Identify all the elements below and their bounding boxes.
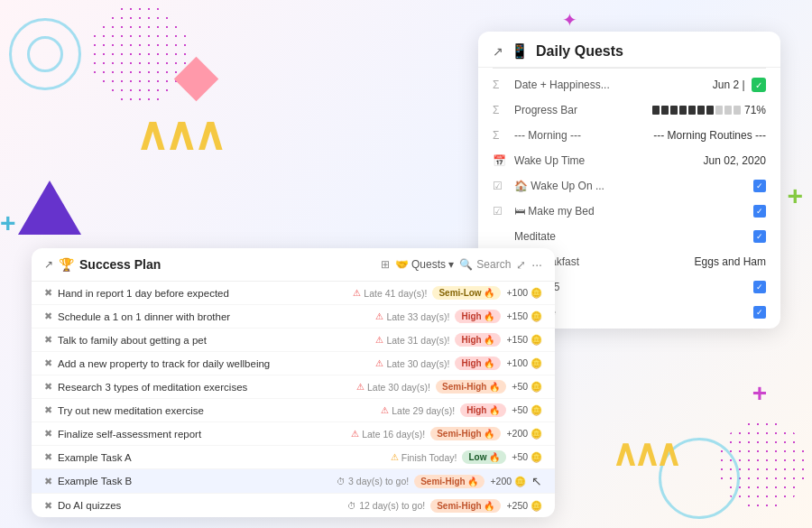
success-plan-header: ↗ 🏆 Success Plan ⊞ 🤝 Quests ▾ 🔍 Search ⤢… bbox=[32, 248, 555, 282]
pb-block-8 bbox=[715, 106, 723, 115]
task-points: +150 🪙 bbox=[506, 310, 542, 322]
task-points: +100 🪙 bbox=[506, 287, 542, 299]
alert-icon: ⚠ bbox=[375, 358, 383, 368]
task-deadline: ⚠ Finish Today! bbox=[391, 452, 457, 463]
task-cross-icon: ✖ bbox=[44, 428, 52, 440]
task-points: +50 🪙 bbox=[512, 404, 542, 416]
dq-value-wake-up-time: Jun 02, 2020 bbox=[704, 154, 766, 167]
db-icon: ⊞ bbox=[381, 258, 390, 271]
search-control[interactable]: 🔍 Search bbox=[459, 258, 511, 271]
task-deadline: ⏱ 3 day(s) to go! bbox=[337, 476, 409, 486]
blue-check-1[interactable]: ✓ bbox=[753, 180, 766, 192]
table-row: ✖ Research 3 types of meditation exercis… bbox=[32, 375, 555, 399]
alert-icon: ⚠ bbox=[381, 405, 389, 415]
table-row: ✖ Schedule a 1 on 1 dinner with brother … bbox=[32, 305, 555, 329]
expand-icon[interactable]: ⤢ bbox=[516, 258, 526, 272]
dq-row-morning: Σ --- Morning --- --- Morning Routines -… bbox=[478, 123, 780, 148]
green-check-icon: ✓ bbox=[752, 78, 766, 92]
quests-dropdown[interactable]: 🤝 Quests ▾ bbox=[395, 258, 455, 271]
blue-check-2[interactable]: ✓ bbox=[753, 205, 766, 218]
task-deadline: ⚠ Late 33 day(s)! bbox=[375, 311, 449, 322]
dq-row-date-happiness: Σ Date + Happiness... Jun 2 | ✓ bbox=[478, 72, 780, 97]
task-priority: High 🔥 bbox=[455, 357, 501, 370]
alert-icon: ⚠ bbox=[375, 311, 383, 321]
task-priority: Semi-High 🔥 bbox=[414, 475, 484, 488]
sigma-icon-1: Σ bbox=[493, 79, 507, 91]
task-priority: High 🔥 bbox=[455, 310, 501, 323]
blue-check-4[interactable]: ✓ bbox=[753, 281, 766, 293]
dq-label-date-happiness: Date + Happiness... bbox=[514, 79, 706, 91]
alert-icon: ⚠ bbox=[353, 288, 361, 298]
cursor-indicator: ↖ bbox=[531, 474, 542, 488]
success-plan-title: Success Plan bbox=[79, 257, 375, 272]
dq-value-eat-breakfast: Eggs and Ham bbox=[695, 255, 766, 268]
table-row: ✖ Talk to family about getting a pet ⚠ L… bbox=[32, 329, 555, 352]
blue-check-3[interactable]: ✓ bbox=[753, 230, 766, 243]
task-cross-icon: ✖ bbox=[44, 310, 52, 322]
task-name: Add a new property to track for daily we… bbox=[58, 358, 370, 369]
task-cross-icon: ✖ bbox=[44, 500, 52, 512]
table-row: ✖ Finalize self-assessment report ⚠ Late… bbox=[32, 422, 555, 446]
task-name: Hand in report 1 day before expected bbox=[58, 288, 347, 299]
sigma-icon-3: Σ bbox=[493, 129, 507, 142]
checkbox-icon-1: ☑ bbox=[493, 180, 507, 192]
pb-block-3 bbox=[670, 106, 678, 115]
task-deadline: ⚠ Late 16 day(s)! bbox=[351, 429, 425, 440]
dq-value-wake-up-on: ✓ bbox=[753, 180, 766, 192]
task-deadline: ⚠ Late 31 day(s)! bbox=[375, 335, 449, 346]
task-deadline: ⚠ Late 30 day(s)! bbox=[356, 382, 430, 393]
task-points: +100 🪙 bbox=[506, 357, 542, 369]
task-name: Try out new meditation exercise bbox=[58, 405, 375, 416]
table-row: ✖ Try out new meditation exercise ⚠ Late… bbox=[32, 399, 555, 422]
dq-value-progress-bar: 71% bbox=[652, 104, 766, 116]
task-cross-icon: ✖ bbox=[44, 451, 52, 463]
pb-block-5 bbox=[688, 106, 696, 115]
success-plan-controls: ⊞ 🤝 Quests ▾ bbox=[381, 258, 455, 271]
dq-label-wake-up-time: Wake Up Time bbox=[514, 154, 697, 167]
task-priority: Semi-High 🔥 bbox=[430, 499, 501, 513]
dq-row-wake-up-on: ☑ 🏠 Wake Up On ... ✓ bbox=[478, 173, 780, 199]
task-name: Example Task B bbox=[58, 476, 331, 486]
task-name: Do AI quizzes bbox=[58, 500, 342, 511]
pb-block-4 bbox=[679, 106, 687, 115]
task-deadline: ⚠ Late 29 day(s)! bbox=[381, 405, 455, 416]
calendar-icon: 📅 bbox=[493, 154, 507, 167]
task-cross-icon: ✖ bbox=[44, 476, 52, 487]
search-label: Search bbox=[476, 258, 511, 271]
dq-label-morning: --- Morning --- bbox=[514, 129, 646, 142]
success-plan-expand-icon[interactable]: ↗ bbox=[44, 258, 53, 271]
task-cross-icon: ✖ bbox=[44, 334, 52, 346]
pb-block-1 bbox=[652, 106, 660, 115]
blue-check-5[interactable]: ✓ bbox=[753, 306, 766, 319]
pb-block-10 bbox=[734, 106, 741, 115]
task-points: +150 🪙 bbox=[506, 334, 542, 346]
task-name: Finalize self-assessment report bbox=[58, 429, 346, 440]
pb-block-7 bbox=[706, 106, 714, 115]
task-priority: Semi-High 🔥 bbox=[430, 427, 501, 440]
task-deadline: ⚠ Late 30 day(s)! bbox=[375, 358, 449, 369]
table-row: ✖ Do AI quizzes ⏱ 12 day(s) to go! Semi-… bbox=[32, 494, 555, 517]
success-plan-panel: ↗ 🏆 Success Plan ⊞ 🤝 Quests ▾ 🔍 Search ⤢… bbox=[32, 248, 555, 517]
progress-bar-visual bbox=[652, 106, 741, 115]
task-name: Example Task A bbox=[58, 452, 385, 463]
dq-row-wake-up-time: 📅 Wake Up Time Jun 02, 2020 bbox=[478, 148, 780, 173]
dq-value-meditate: ✓ bbox=[753, 230, 766, 243]
task-priority: Low 🔥 bbox=[462, 450, 506, 464]
table-row: ✖ Example Task B ⏱ 3 day(s) to go! Semi-… bbox=[32, 469, 555, 494]
success-plan-title-icon: 🏆 bbox=[59, 257, 74, 272]
dq-label-wake-up-on: 🏠 Wake Up On ... bbox=[514, 180, 746, 192]
table-row: ✖ Add a new property to track for daily … bbox=[32, 352, 555, 375]
alert-icon: ⚠ bbox=[375, 335, 383, 345]
dq-row-meditate: Meditate ✓ bbox=[478, 224, 780, 249]
task-priority: High 🔥 bbox=[460, 403, 506, 417]
pb-block-2 bbox=[661, 106, 669, 115]
table-row: ✖ Example Task A ⚠ Finish Today! Low 🔥 +… bbox=[32, 446, 555, 469]
alert-icon: ⚠ bbox=[351, 429, 359, 439]
task-name: Research 3 types of meditation exercises bbox=[58, 382, 351, 393]
clock-icon: ⏱ bbox=[337, 477, 346, 486]
dq-label-progress-bar: Progress Bar bbox=[514, 104, 645, 116]
daily-quests-expand-icon[interactable]: ↗ bbox=[493, 44, 503, 59]
dq-row-make-bed: ☑ 🛏 Make my Bed ✓ bbox=[478, 199, 780, 224]
more-icon[interactable]: ··· bbox=[531, 257, 542, 272]
task-cross-icon: ✖ bbox=[44, 404, 52, 416]
